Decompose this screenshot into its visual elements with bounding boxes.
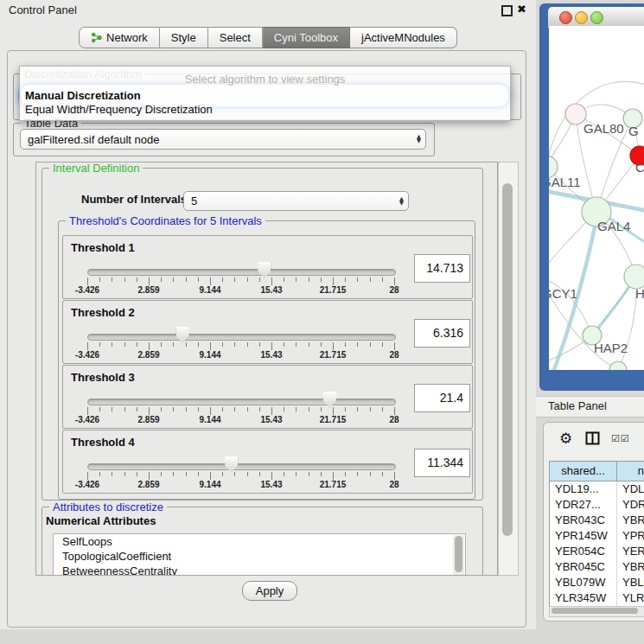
threshold-slider-thumb[interactable] [258, 262, 271, 278]
threshold-slider-thumb[interactable] [323, 392, 336, 408]
slider-tick-label: 15.43 [260, 350, 282, 360]
column-header-0[interactable]: shared... [550, 462, 617, 481]
cell-name: YDR2 [617, 497, 644, 513]
slider-tick [247, 407, 248, 411]
cell-shared-name: YBL079W [550, 575, 617, 590]
scrollbar-thumb[interactable] [455, 536, 462, 572]
slider-tick [234, 472, 235, 476]
table-data-combobox[interactable]: galFiltered.sif default node ▲▼ [20, 129, 426, 150]
tab-select[interactable]: Select [208, 27, 263, 48]
gear-icon[interactable]: ⚙ [559, 430, 572, 447]
slider-tick [357, 342, 358, 347]
table-toolbar: ⚙ ☑☑ [544, 428, 644, 450]
threshold-value-input[interactable]: 11.344 [414, 449, 470, 477]
slider-tick [149, 407, 150, 415]
slider-tick [99, 342, 100, 347]
settings-scrollbar [498, 162, 519, 576]
split-view-icon[interactable] [585, 431, 600, 445]
slider-tick [321, 407, 322, 411]
slider-tick-label: -3.426 [75, 415, 99, 424]
cell-shared-name: YBR045C [550, 559, 617, 575]
table-row[interactable]: YDR27...YDR2 [550, 497, 644, 513]
slider-tick [198, 472, 199, 476]
slider-tick [394, 407, 395, 415]
slider-tick-label: 2.859 [137, 415, 159, 424]
threshold-value-input[interactable]: 21.4 [414, 384, 470, 412]
tab-cyni-toolbox[interactable]: Cyni Toolbox [263, 27, 350, 48]
number-of-intervals-label: Number of Intervals [81, 193, 187, 206]
algorithm-hint-text: Select algorithm to view settings [20, 73, 510, 86]
close-icon[interactable]: ✖ [517, 3, 526, 16]
threshold-slider-track[interactable] [87, 334, 396, 341]
network-canvas[interactable]: GAL80GCGAL11GAL4GCY1HHAP2 [549, 26, 644, 370]
scrollbar-thumb[interactable] [502, 183, 513, 536]
table-row[interactable]: YBL079WYBL0 [550, 575, 644, 590]
bottom-node[interactable] [609, 361, 627, 370]
select-columns-icon[interactable]: ☑☑ [611, 433, 630, 444]
attribute-list-item[interactable]: SelfLoops [54, 534, 465, 549]
control-panel-titlebar: Control Panel ✖ [0, 0, 536, 21]
zoom-traffic-light-icon[interactable] [590, 11, 603, 24]
cell-name: YBR0 [617, 513, 644, 528]
slider-tick [284, 472, 284, 476]
popup-item-equal-width-frequency[interactable]: Equal Width/Frequency Discretization [25, 103, 213, 116]
threshold-value-input[interactable]: 14.713 [414, 254, 470, 283]
slider-tick [234, 277, 235, 282]
slider-tick [173, 342, 174, 347]
popup-item-manual-discretization[interactable]: Manual Discretization [25, 89, 141, 102]
attribute-list-item[interactable]: BetweennessCentrality [54, 564, 465, 576]
tab-label: Style [171, 28, 196, 48]
slider-tick-label: -3.426 [75, 480, 99, 489]
minimize-traffic-light-icon[interactable] [575, 11, 588, 24]
slider-tick-label: 9.144 [199, 415, 220, 424]
threshold-label: Threshold 3 [71, 371, 135, 384]
threshold-slider-thumb[interactable] [225, 456, 238, 473]
number-of-intervals-value: 5 [191, 192, 197, 210]
threshold-slider-track[interactable] [87, 463, 396, 470]
threshold-row: Threshold 3-3.4262.8599.14415.4321.71528… [62, 365, 473, 429]
slider-tick [87, 342, 88, 350]
threshold-slider-thumb[interactable] [176, 327, 189, 343]
table-row[interactable]: YBR045CYBR0 [550, 559, 644, 575]
slider-tick [112, 472, 112, 476]
tab-style[interactable]: Style [160, 27, 208, 48]
threshold-slider-track[interactable] [87, 269, 396, 276]
slider-tick [186, 407, 187, 411]
apply-button[interactable]: Apply [242, 581, 297, 601]
table-row[interactable]: YDL19...YDL1 [550, 481, 644, 497]
slider-tick [173, 277, 174, 282]
slider-tick [382, 277, 383, 282]
column-header-1[interactable]: name [617, 462, 644, 481]
slider-tick [345, 472, 346, 476]
table-row[interactable]: YPR145WYPR1 [550, 528, 644, 544]
table-row[interactable]: YER054CYER0 [550, 544, 644, 559]
threshold-value-input[interactable]: 6.316 [414, 319, 470, 348]
tab-jactivemnodules[interactable]: jActiveMNodules [350, 27, 457, 48]
float-window-icon[interactable] [501, 5, 513, 16]
number-of-intervals-combobox[interactable]: 5 ▲▼ [183, 191, 409, 211]
slider-tick [296, 472, 296, 476]
slider-tick [394, 277, 395, 285]
slider-tick [87, 472, 88, 480]
table-row[interactable]: YBR043CYBR0 [550, 513, 644, 528]
slider-tick [284, 277, 284, 282]
slider-tick-label: 21.715 [320, 480, 347, 489]
tab-network[interactable]: Network [79, 27, 160, 48]
slider-tick [234, 342, 235, 347]
attribute-list-item[interactable]: TopologicalCoefficient [54, 549, 465, 564]
slider-tick [99, 472, 100, 476]
scrollbar-thumb[interactable] [552, 608, 638, 614]
threshold-slider-track[interactable] [87, 399, 396, 405]
close-traffic-light-icon[interactable] [559, 11, 572, 24]
slider-tick [234, 407, 235, 411]
network-view-window: GAL80GCGAL11GAL4GCY1HHAP2 [539, 3, 644, 391]
network-icon [91, 32, 102, 43]
right-node[interactable] [624, 265, 644, 289]
thresholds-group-title: Threshold's Coordinates for 5 Intervals [66, 214, 265, 227]
node-label: GAL11 [549, 175, 581, 189]
network-window-titlebar[interactable] [548, 7, 644, 28]
table-row[interactable]: YLR345WYLR3 [550, 590, 644, 606]
cell-shared-name: YDL19... [550, 481, 617, 497]
slider-tick [321, 277, 322, 282]
settings-scrollpane: Interval Definition Number of Intervals … [35, 162, 498, 576]
